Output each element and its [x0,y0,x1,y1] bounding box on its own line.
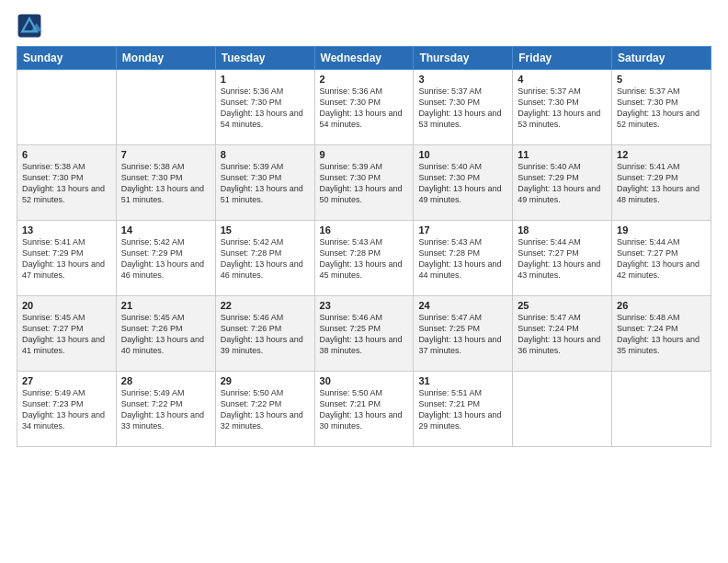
day-info: Sunrise: 5:47 AM Sunset: 7:25 PM Dayligh… [418,312,507,357]
day-number: 25 [518,300,607,311]
week-row-2: 13Sunrise: 5:41 AM Sunset: 7:29 PM Dayli… [17,221,711,296]
day-number: 26 [617,300,706,311]
week-row-3: 20Sunrise: 5:45 AM Sunset: 7:27 PM Dayli… [17,296,711,372]
calendar-cell: 23Sunrise: 5:46 AM Sunset: 7:25 PM Dayli… [314,296,414,372]
calendar-cell: 2Sunrise: 5:36 AM Sunset: 7:30 PM Daylig… [314,70,414,145]
day-info: Sunrise: 5:41 AM Sunset: 7:29 PM Dayligh… [22,236,111,282]
calendar-cell: 26Sunrise: 5:48 AM Sunset: 7:24 PM Dayli… [612,296,711,372]
day-number: 10 [418,149,507,160]
day-info: Sunrise: 5:36 AM Sunset: 7:30 PM Dayligh… [221,86,310,131]
day-header-saturday: Saturday [612,47,711,70]
calendar-cell: 19Sunrise: 5:44 AM Sunset: 7:27 PM Dayli… [612,221,711,296]
day-info: Sunrise: 5:37 AM Sunset: 7:30 PM Dayligh… [418,86,507,131]
day-number: 3 [418,74,507,85]
calendar-cell: 20Sunrise: 5:45 AM Sunset: 7:27 PM Dayli… [17,296,117,372]
day-number: 20 [22,300,111,311]
day-info: Sunrise: 5:38 AM Sunset: 7:30 PM Dayligh… [121,161,210,206]
day-number: 1 [221,74,310,85]
calendar-cell: 27Sunrise: 5:49 AM Sunset: 7:23 PM Dayli… [17,372,117,447]
day-number: 8 [221,149,310,160]
calendar-table: SundayMondayTuesdayWednesdayThursdayFrid… [17,46,711,447]
week-row-1: 6Sunrise: 5:38 AM Sunset: 7:30 PM Daylig… [17,145,711,221]
day-number: 27 [22,375,111,386]
calendar-header: SundayMondayTuesdayWednesdayThursdayFrid… [17,47,711,70]
calendar-cell: 24Sunrise: 5:47 AM Sunset: 7:25 PM Dayli… [414,296,513,372]
day-info: Sunrise: 5:46 AM Sunset: 7:25 PM Dayligh… [320,312,409,357]
day-header-sunday: Sunday [17,47,117,70]
calendar-cell [513,372,612,447]
day-info: Sunrise: 5:45 AM Sunset: 7:27 PM Dayligh… [22,312,111,357]
day-info: Sunrise: 5:37 AM Sunset: 7:30 PM Dayligh… [518,86,607,131]
week-row-4: 27Sunrise: 5:49 AM Sunset: 7:23 PM Dayli… [17,372,711,447]
calendar-cell: 3Sunrise: 5:37 AM Sunset: 7:30 PM Daylig… [414,70,513,145]
calendar-cell: 28Sunrise: 5:49 AM Sunset: 7:22 PM Dayli… [116,372,215,447]
day-info: Sunrise: 5:38 AM Sunset: 7:30 PM Dayligh… [22,161,111,206]
day-number: 12 [617,149,706,160]
calendar-cell [116,70,215,145]
day-info: Sunrise: 5:49 AM Sunset: 7:23 PM Dayligh… [22,387,111,432]
day-number: 5 [617,74,706,85]
day-info: Sunrise: 5:45 AM Sunset: 7:26 PM Dayligh… [121,312,210,357]
page: SundayMondayTuesdayWednesdayThursdayFrid… [0,0,728,563]
day-info: Sunrise: 5:44 AM Sunset: 7:27 PM Dayligh… [518,236,607,282]
day-info: Sunrise: 5:50 AM Sunset: 7:22 PM Dayligh… [221,387,310,432]
calendar-cell [612,372,711,447]
day-info: Sunrise: 5:39 AM Sunset: 7:30 PM Dayligh… [221,161,310,206]
day-info: Sunrise: 5:36 AM Sunset: 7:30 PM Dayligh… [320,86,409,131]
day-info: Sunrise: 5:50 AM Sunset: 7:21 PM Dayligh… [320,387,409,432]
calendar-cell: 22Sunrise: 5:46 AM Sunset: 7:26 PM Dayli… [215,296,314,372]
calendar-cell: 10Sunrise: 5:40 AM Sunset: 7:30 PM Dayli… [414,145,513,221]
calendar-cell: 1Sunrise: 5:36 AM Sunset: 7:30 PM Daylig… [215,70,314,145]
calendar-cell: 16Sunrise: 5:43 AM Sunset: 7:28 PM Dayli… [314,221,414,296]
calendar-cell: 5Sunrise: 5:37 AM Sunset: 7:30 PM Daylig… [612,70,711,145]
logo [17,13,46,39]
day-number: 7 [121,149,210,160]
calendar-cell [17,70,117,145]
day-number: 16 [320,224,409,236]
day-number: 13 [22,224,111,236]
day-number: 2 [320,74,409,85]
day-number: 23 [320,300,409,311]
day-info: Sunrise: 5:47 AM Sunset: 7:24 PM Dayligh… [518,312,607,357]
day-info: Sunrise: 5:40 AM Sunset: 7:29 PM Dayligh… [518,161,607,206]
day-number: 4 [518,74,607,85]
calendar-cell: 11Sunrise: 5:40 AM Sunset: 7:29 PM Dayli… [513,145,612,221]
week-row-0: 1Sunrise: 5:36 AM Sunset: 7:30 PM Daylig… [17,70,711,145]
day-header-friday: Friday [513,47,612,70]
calendar-cell: 17Sunrise: 5:43 AM Sunset: 7:28 PM Dayli… [414,221,513,296]
day-info: Sunrise: 5:49 AM Sunset: 7:22 PM Dayligh… [121,387,210,432]
day-info: Sunrise: 5:43 AM Sunset: 7:28 PM Dayligh… [418,236,507,282]
day-info: Sunrise: 5:44 AM Sunset: 7:27 PM Dayligh… [617,236,706,282]
day-number: 30 [320,375,409,386]
day-header-wednesday: Wednesday [314,47,414,70]
day-number: 29 [221,375,310,386]
calendar-cell: 13Sunrise: 5:41 AM Sunset: 7:29 PM Dayli… [17,221,117,296]
calendar-cell: 15Sunrise: 5:42 AM Sunset: 7:28 PM Dayli… [215,221,314,296]
day-number: 28 [121,375,210,386]
day-number: 21 [121,300,210,311]
day-number: 6 [22,149,111,160]
calendar-cell: 4Sunrise: 5:37 AM Sunset: 7:30 PM Daylig… [513,70,612,145]
logo-icon [17,13,42,39]
day-number: 31 [418,375,507,386]
day-info: Sunrise: 5:41 AM Sunset: 7:29 PM Dayligh… [617,161,706,206]
day-info: Sunrise: 5:48 AM Sunset: 7:24 PM Dayligh… [617,312,706,357]
calendar-cell: 9Sunrise: 5:39 AM Sunset: 7:30 PM Daylig… [314,145,414,221]
day-number: 14 [121,224,210,236]
day-info: Sunrise: 5:42 AM Sunset: 7:29 PM Dayligh… [121,236,210,282]
calendar-body: 1Sunrise: 5:36 AM Sunset: 7:30 PM Daylig… [17,70,711,447]
day-header-thursday: Thursday [414,47,513,70]
calendar-cell: 30Sunrise: 5:50 AM Sunset: 7:21 PM Dayli… [314,372,414,447]
calendar-cell: 25Sunrise: 5:47 AM Sunset: 7:24 PM Dayli… [513,296,612,372]
day-header-tuesday: Tuesday [215,47,314,70]
calendar-cell: 8Sunrise: 5:39 AM Sunset: 7:30 PM Daylig… [215,145,314,221]
calendar-cell: 18Sunrise: 5:44 AM Sunset: 7:27 PM Dayli… [513,221,612,296]
day-info: Sunrise: 5:42 AM Sunset: 7:28 PM Dayligh… [221,236,310,282]
day-header-monday: Monday [116,47,215,70]
header [17,13,711,39]
day-number: 24 [418,300,507,311]
calendar-cell: 6Sunrise: 5:38 AM Sunset: 7:30 PM Daylig… [17,145,117,221]
day-number: 18 [518,224,607,236]
day-info: Sunrise: 5:51 AM Sunset: 7:21 PM Dayligh… [418,387,507,432]
calendar-cell: 14Sunrise: 5:42 AM Sunset: 7:29 PM Dayli… [116,221,215,296]
